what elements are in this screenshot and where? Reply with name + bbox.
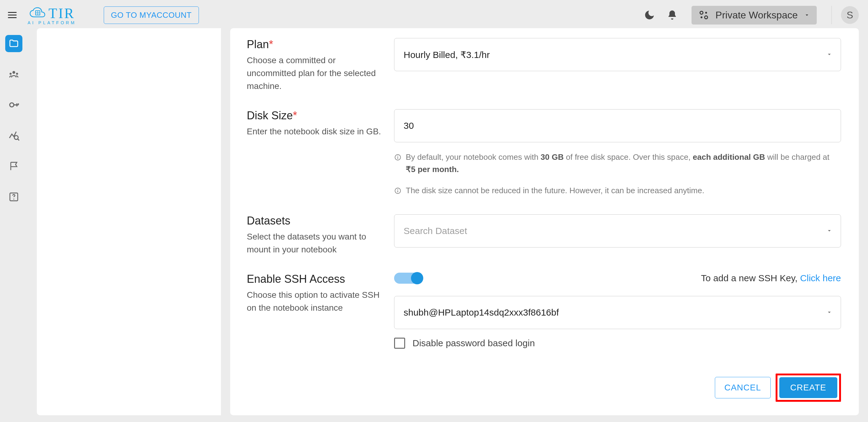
workspace-selector[interactable]: Private Workspace — [691, 6, 817, 25]
svg-point-6 — [701, 17, 703, 19]
disk-label: Disk Size* — [247, 109, 382, 122]
workspace-label: Private Workspace — [715, 9, 798, 21]
app-header: TIR AI PLATFORM GO TO MYACCOUNT Private … — [0, 0, 868, 30]
datasets-label: Datasets — [247, 215, 382, 227]
disable-password-label: Disable password based login — [412, 338, 535, 348]
svg-point-15 — [398, 156, 398, 157]
go-to-myaccount-button[interactable]: GO TO MYACCOUNT — [104, 6, 198, 24]
plan-value: Hourly Billed, ₹3.1/hr — [404, 50, 490, 60]
svg-point-4 — [705, 16, 708, 19]
sidebar-item-monitor[interactable] — [5, 127, 22, 144]
ssh-key-value: shubh@HPLaptop14sdq2xxx3f8616bf — [404, 307, 559, 318]
svg-rect-16 — [398, 157, 398, 159]
create-notebook-form: Plan* Choose a committed or uncommitted … — [230, 28, 859, 415]
ssh-desc: Choose this option to activate SSH on th… — [247, 289, 382, 314]
add-ssh-key-link[interactable]: Click here — [800, 273, 841, 283]
svg-rect-19 — [398, 190, 398, 192]
logo-text: TIR — [49, 5, 75, 22]
sidebar-item-team[interactable] — [5, 66, 22, 83]
moon-icon — [644, 9, 655, 21]
ssh-row: Enable SSH Access Choose this option to … — [247, 273, 841, 349]
plan-row: Plan* Choose a committed or uncommitted … — [247, 38, 841, 93]
disk-row: Disk Size* Enter the notebook disk size … — [247, 109, 841, 198]
logo-subtext: AI PLATFORM — [28, 20, 76, 25]
user-avatar[interactable]: S — [841, 6, 859, 24]
sidebar-item-projects[interactable] — [5, 35, 22, 52]
help-icon — [9, 192, 19, 202]
analytics-search-icon — [8, 130, 20, 141]
svg-point-3 — [700, 11, 703, 14]
logo[interactable]: TIR AI PLATFORM — [28, 5, 76, 25]
plan-label: Plan* — [247, 38, 382, 51]
wizard-left-panel — [37, 28, 221, 415]
cancel-button[interactable]: CANCEL — [715, 377, 771, 398]
svg-point-8 — [9, 73, 12, 75]
workspace-icon — [698, 9, 709, 21]
svg-point-11 — [14, 135, 19, 139]
create-highlight: CREATE — [776, 374, 841, 402]
checkbox-icon — [394, 338, 405, 349]
sidebar-nav — [0, 30, 28, 422]
disable-password-checkbox[interactable]: Disable password based login — [394, 338, 841, 349]
folder-icon — [9, 38, 19, 49]
info-icon — [394, 152, 401, 164]
header-divider — [832, 6, 832, 24]
notifications-button[interactable] — [664, 7, 680, 23]
create-button[interactable]: CREATE — [779, 377, 838, 398]
ssh-key-select[interactable]: shubh@HPLaptop14sdq2xxx3f8616bf — [394, 296, 841, 329]
datasets-placeholder: Search Dataset — [404, 226, 467, 236]
caret-down-icon — [804, 12, 810, 18]
disk-desc: Enter the notebook disk size in GB. — [247, 125, 382, 138]
svg-point-5 — [705, 12, 707, 14]
plan-desc: Choose a committed or uncommitted plan f… — [247, 54, 382, 93]
menu-toggle-button[interactable] — [6, 9, 19, 21]
datasets-row: Datasets Select the datasets you want to… — [247, 215, 841, 256]
ssh-hint: To add a new SSH Key, Click here — [701, 273, 841, 283]
chevron-down-icon — [826, 307, 833, 318]
datasets-select[interactable]: Search Dataset — [394, 215, 841, 248]
form-actions: CANCEL CREATE — [247, 374, 841, 402]
disk-help-2: The disk size cannot be reduced in the f… — [394, 184, 841, 198]
hamburger-icon — [7, 10, 18, 20]
info-icon — [394, 186, 401, 198]
datasets-desc: Select the datasets you want to mount in… — [247, 230, 382, 256]
disk-help-1: By default, your notebook comes with 30 … — [394, 151, 841, 176]
toggle-knob — [411, 272, 423, 284]
ssh-label: Enable SSH Access — [247, 273, 382, 286]
sidebar-item-help[interactable] — [5, 188, 22, 205]
main-content: Plan* Choose a committed or uncommitted … — [28, 30, 868, 422]
chevron-down-icon — [826, 226, 833, 236]
sidebar-item-flag[interactable] — [5, 158, 22, 175]
svg-point-13 — [13, 198, 14, 199]
svg-point-9 — [16, 73, 18, 75]
cloud-logo-icon — [29, 6, 46, 20]
svg-point-10 — [10, 103, 14, 107]
team-icon — [8, 69, 19, 80]
svg-point-7 — [12, 71, 16, 74]
sidebar-item-keys[interactable] — [5, 96, 22, 113]
key-icon — [8, 99, 20, 111]
disk-size-input[interactable]: 30 — [394, 109, 841, 142]
flag-icon — [9, 161, 19, 171]
ssh-toggle[interactable] — [394, 273, 422, 284]
svg-point-18 — [398, 189, 398, 190]
theme-toggle-button[interactable] — [642, 7, 657, 23]
plan-select[interactable]: Hourly Billed, ₹3.1/hr — [394, 38, 841, 71]
disk-value: 30 — [404, 121, 414, 131]
bell-icon — [666, 9, 678, 21]
chevron-down-icon — [826, 50, 833, 60]
